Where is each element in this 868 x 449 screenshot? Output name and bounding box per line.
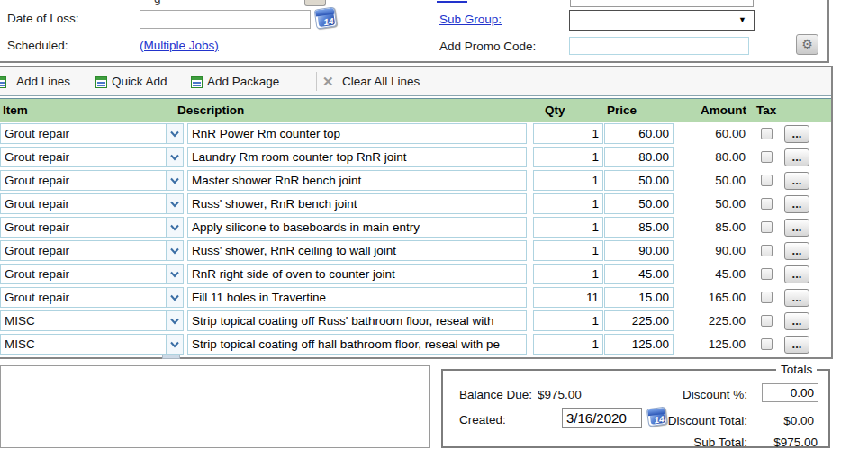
tax-checkbox[interactable] — [761, 338, 773, 350]
description-input[interactable] — [187, 147, 527, 167]
quick-add-icon[interactable] — [95, 76, 107, 88]
price-input[interactable] — [604, 310, 674, 331]
item-dropdown[interactable]: Grout repair — [0, 287, 184, 308]
more-options-button[interactable]: ... — [784, 336, 809, 354]
more-options-button[interactable]: ... — [784, 219, 809, 237]
description-input[interactable] — [187, 193, 527, 214]
price-input[interactable] — [604, 334, 674, 355]
header-description: Description — [177, 103, 244, 117]
date-of-loss-input[interactable] — [140, 10, 311, 29]
description-input[interactable] — [187, 123, 527, 144]
item-value: Grout repair — [1, 124, 166, 143]
tax-checkbox[interactable] — [761, 292, 773, 303]
price-input[interactable] — [604, 217, 674, 238]
clear-x-icon[interactable]: ✕ — [322, 74, 334, 90]
notes-panel — [0, 365, 430, 448]
chevron-down-icon[interactable] — [166, 335, 183, 354]
promo-code-input[interactable] — [569, 37, 749, 55]
gear-icon[interactable]: ⚙ — [796, 34, 818, 55]
chevron-down-icon[interactable] — [166, 194, 183, 213]
item-dropdown[interactable]: Grout repair — [0, 217, 184, 238]
price-input[interactable] — [604, 264, 674, 284]
calendar-icon[interactable]: 14 — [314, 7, 337, 29]
item-dropdown[interactable]: Grout repair — [0, 193, 184, 214]
quick-add-button[interactable]: Quick Add — [112, 75, 167, 88]
price-input[interactable] — [604, 123, 674, 144]
qty-input[interactable] — [533, 170, 603, 191]
more-options-button[interactable]: ... — [784, 195, 809, 213]
more-options-button[interactable]: ... — [784, 242, 809, 260]
add-lines-button[interactable]: Add Lines — [16, 75, 70, 88]
qty-input[interactable] — [533, 147, 603, 167]
tax-checkbox[interactable] — [761, 268, 773, 280]
item-dropdown[interactable]: Grout repair — [0, 170, 184, 191]
qty-input[interactable] — [533, 334, 603, 355]
add-package-button[interactable]: Add Package — [207, 75, 279, 88]
qty-input[interactable] — [533, 287, 603, 308]
chevron-down-icon[interactable] — [166, 265, 183, 283]
clear-all-lines-button[interactable]: Clear All Lines — [342, 75, 420, 88]
description-input[interactable] — [187, 287, 527, 308]
table-row: Grout repair 60.00 ... — [0, 122, 831, 146]
item-value: Grout repair — [1, 265, 166, 283]
chevron-down-icon[interactable] — [166, 148, 183, 166]
more-options-button[interactable]: ... — [784, 265, 809, 283]
qty-input[interactable] — [533, 193, 603, 214]
amount-value: 45.00 — [675, 267, 746, 281]
item-dropdown[interactable]: MISC — [0, 334, 184, 355]
discount-pct-input[interactable] — [762, 383, 818, 402]
description-input[interactable] — [187, 170, 527, 191]
description-input[interactable] — [187, 334, 527, 355]
amount-value: 50.00 — [675, 174, 746, 187]
add-package-icon[interactable] — [191, 76, 203, 88]
item-dropdown[interactable]: Grout repair — [0, 147, 184, 167]
more-options-button[interactable]: ... — [784, 289, 809, 307]
amount-value: 85.00 — [675, 220, 746, 234]
tax-checkbox[interactable] — [761, 315, 773, 327]
item-dropdown[interactable]: Grout repair — [0, 123, 184, 144]
description-input[interactable] — [187, 240, 527, 261]
price-input[interactable] — [604, 170, 674, 191]
item-dropdown[interactable]: Grout repair — [0, 240, 184, 261]
chevron-down-icon[interactable] — [166, 171, 183, 190]
item-dropdown[interactable]: Grout repair — [0, 264, 184, 284]
balance-due-value: $975.00 — [538, 388, 582, 401]
price-input[interactable] — [604, 287, 674, 308]
description-input[interactable] — [187, 310, 527, 331]
tax-checkbox[interactable] — [761, 175, 773, 186]
more-options-button[interactable]: ... — [784, 312, 809, 330]
chevron-down-icon[interactable] — [166, 124, 183, 143]
sub-group-link[interactable]: Sub Group: — [439, 13, 502, 26]
table-row: Grout repair 45.00 ... — [0, 263, 831, 286]
qty-input[interactable] — [533, 217, 603, 238]
chevron-down-icon[interactable] — [166, 311, 183, 330]
header-tax: Tax — [756, 103, 776, 117]
price-input[interactable] — [604, 240, 674, 261]
qty-input[interactable] — [533, 123, 603, 144]
more-options-button[interactable]: ... — [784, 172, 809, 190]
description-input[interactable] — [187, 264, 527, 284]
tax-checkbox[interactable] — [761, 198, 773, 210]
qty-input[interactable] — [533, 310, 603, 331]
chevron-down-icon[interactable] — [166, 218, 183, 237]
table-row: MISC 125.00 ... — [0, 333, 831, 356]
price-input[interactable] — [604, 147, 674, 167]
price-input[interactable] — [604, 193, 674, 214]
scrollbar-fragment[interactable] — [162, 355, 180, 359]
qty-input[interactable] — [533, 264, 603, 284]
multiple-jobs-link[interactable]: (Multiple Jobs) — [140, 39, 219, 52]
chevron-down-icon[interactable] — [166, 288, 183, 307]
created-date-input[interactable] — [562, 408, 642, 428]
tax-checkbox[interactable] — [761, 245, 773, 256]
item-dropdown[interactable]: MISC — [0, 310, 184, 331]
description-input[interactable] — [187, 217, 527, 238]
tax-checkbox[interactable] — [761, 151, 773, 163]
tax-checkbox[interactable] — [761, 221, 773, 233]
more-options-button[interactable]: ... — [784, 125, 809, 143]
more-options-button[interactable]: ... — [784, 148, 809, 166]
tax-checkbox[interactable] — [761, 128, 773, 139]
sub-group-select[interactable]: ▼ — [569, 10, 755, 31]
qty-input[interactable] — [533, 240, 603, 261]
chevron-down-icon[interactable] — [166, 241, 183, 260]
add-lines-icon[interactable] — [0, 76, 6, 88]
